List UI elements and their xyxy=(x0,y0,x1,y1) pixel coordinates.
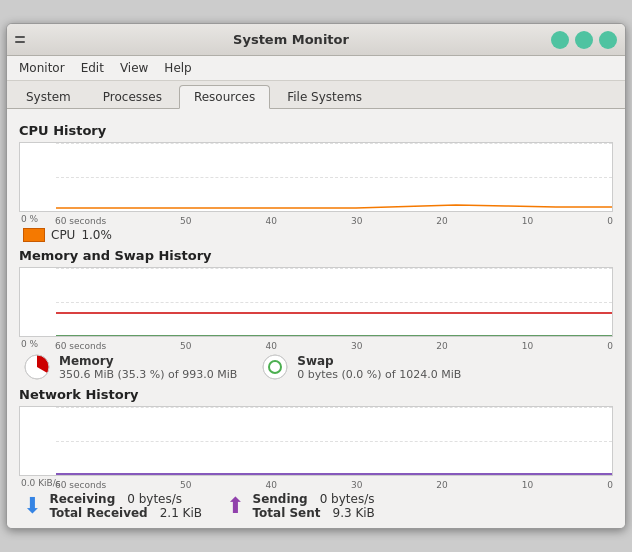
cpu-chart-area xyxy=(56,143,612,211)
cpu-legend: CPU 1.0% xyxy=(19,228,613,242)
send-arrow-icon: ⬆ xyxy=(226,495,244,517)
network-chart-svg xyxy=(56,407,612,475)
total-received-label: Total Received xyxy=(49,506,147,520)
sending-label: Sending xyxy=(252,492,307,506)
cpu-legend-color xyxy=(23,228,45,242)
memory-legend: Memory 350.6 MiB (35.3 %) of 993.0 MiB S… xyxy=(19,353,613,381)
memory-section: Memory and Swap History 100 % 50 % 0 % xyxy=(19,248,613,381)
tab-filesystems[interactable]: File Systems xyxy=(272,85,377,108)
network-legend: ⬇ Receiving 0 bytes/s Total Received 2.1… xyxy=(19,492,613,520)
memory-legend-memory: Memory 350.6 MiB (35.3 %) of 993.0 MiB xyxy=(23,353,237,381)
swap-label: Swap xyxy=(297,354,461,368)
cpu-section: CPU History 100 % 50 % 0 % xyxy=(19,123,613,242)
network-x-labels: 60 seconds 50 40 30 20 10 0 xyxy=(19,480,613,490)
network-chart xyxy=(19,406,613,476)
cpu-x-10: 10 xyxy=(522,216,533,226)
receive-arrow-icon: ⬇ xyxy=(23,495,41,517)
menubar: Monitor Edit View Help xyxy=(7,56,625,81)
memory-section-title: Memory and Swap History xyxy=(19,248,613,263)
cpu-x-30: 30 xyxy=(351,216,362,226)
tab-system[interactable]: System xyxy=(11,85,86,108)
titlebar-left xyxy=(15,32,31,48)
receive-info: Receiving 0 bytes/s Total Received 2.1 K… xyxy=(49,492,202,520)
network-section-title: Network History xyxy=(19,387,613,402)
cpu-legend-label: CPU xyxy=(51,228,75,242)
content-area: CPU History 100 % 50 % 0 % xyxy=(7,109,625,528)
cpu-legend-item: CPU 1.0% xyxy=(23,228,112,242)
cpu-section-title: CPU History xyxy=(19,123,613,138)
menu-monitor[interactable]: Monitor xyxy=(11,58,73,78)
cpu-x-60: 60 seconds xyxy=(55,216,106,226)
memory-info: Memory 350.6 MiB (35.3 %) of 993.0 MiB xyxy=(59,354,237,381)
send-row1: Sending 0 bytes/s xyxy=(252,492,374,506)
cpu-legend-value: 1.0% xyxy=(81,228,112,242)
memory-chart-area xyxy=(56,268,612,336)
memory-legend-swap: Swap 0 bytes (0.0 %) of 1024.0 MiB xyxy=(261,353,461,381)
cpu-x-0: 0 xyxy=(607,216,613,226)
swap-pie-icon xyxy=(261,353,289,381)
memory-x-labels: 60 seconds 50 40 30 20 10 0 xyxy=(19,341,613,351)
cpu-x-40: 40 xyxy=(266,216,277,226)
cpu-x-50: 50 xyxy=(180,216,191,226)
network-y-0: 0.0 KiB/s xyxy=(21,478,60,488)
menu-help[interactable]: Help xyxy=(156,58,199,78)
titlebar: System Monitor xyxy=(7,24,625,56)
swap-value: 0 bytes (0.0 %) of 1024.0 MiB xyxy=(297,368,461,381)
total-sent-label: Total Sent xyxy=(252,506,320,520)
receiving-value: 0 bytes/s xyxy=(127,492,182,506)
network-chart-area xyxy=(56,407,612,475)
send-info: Sending 0 bytes/s Total Sent 9.3 KiB xyxy=(252,492,374,520)
menu-view[interactable]: View xyxy=(112,58,156,78)
network-sending: ⬆ Sending 0 bytes/s Total Sent 9.3 KiB xyxy=(226,492,375,520)
cpu-x-labels: 60 seconds 50 40 30 20 10 0 xyxy=(19,216,613,226)
network-receiving: ⬇ Receiving 0 bytes/s Total Received 2.1… xyxy=(23,492,202,520)
swap-info: Swap 0 bytes (0.0 %) of 1024.0 MiB xyxy=(297,354,461,381)
receive-row2: Total Received 2.1 KiB xyxy=(49,506,202,520)
network-section: Network History 2.0 KiB/s 1.0 KiB/s 0.0 … xyxy=(19,387,613,520)
cpu-x-20: 20 xyxy=(436,216,447,226)
close-button[interactable] xyxy=(599,31,617,49)
tab-processes[interactable]: Processes xyxy=(88,85,177,108)
minimize-button[interactable] xyxy=(551,31,569,49)
memory-y-0: 0 % xyxy=(21,339,50,349)
tabbar: System Processes Resources File Systems xyxy=(7,81,625,109)
menu-edit[interactable]: Edit xyxy=(73,58,112,78)
window-menu-icon[interactable] xyxy=(15,32,31,48)
memory-label: Memory xyxy=(59,354,237,368)
total-sent-value: 9.3 KiB xyxy=(333,506,375,520)
receive-row1: Receiving 0 bytes/s xyxy=(49,492,202,506)
cpu-chart xyxy=(19,142,613,212)
cpu-chart-svg xyxy=(56,143,612,211)
send-row2: Total Sent 9.3 KiB xyxy=(252,506,374,520)
sending-value: 0 bytes/s xyxy=(320,492,375,506)
receiving-label: Receiving xyxy=(49,492,115,506)
memory-chart-svg xyxy=(56,268,612,336)
tab-resources[interactable]: Resources xyxy=(179,85,270,109)
main-window: System Monitor Monitor Edit View Help Sy… xyxy=(6,23,626,529)
maximize-button[interactable] xyxy=(575,31,593,49)
cpu-y-0: 0 % xyxy=(21,214,50,224)
memory-value: 350.6 MiB (35.3 %) of 993.0 MiB xyxy=(59,368,237,381)
window-buttons xyxy=(551,31,617,49)
total-received-value: 2.1 KiB xyxy=(160,506,202,520)
window-title: System Monitor xyxy=(31,32,551,47)
memory-chart xyxy=(19,267,613,337)
memory-pie-icon xyxy=(23,353,51,381)
